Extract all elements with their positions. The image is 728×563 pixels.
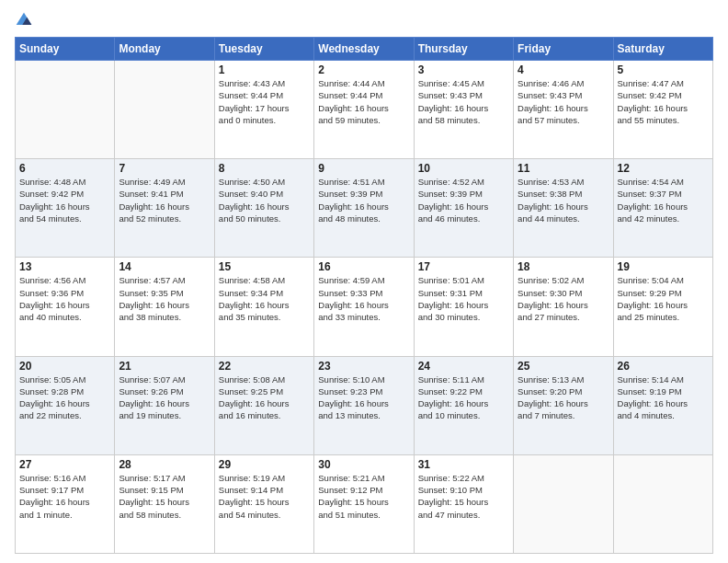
- day-info: Sunrise: 5:14 AM Sunset: 9:19 PM Dayligh…: [618, 373, 709, 422]
- calendar-cell: 20Sunrise: 5:05 AM Sunset: 9:28 PM Dayli…: [16, 356, 115, 454]
- day-info: Sunrise: 4:46 AM Sunset: 9:43 PM Dayligh…: [518, 77, 609, 126]
- calendar-cell: 23Sunrise: 5:10 AM Sunset: 9:23 PM Dayli…: [314, 356, 414, 454]
- calendar-cell: 6Sunrise: 4:48 AM Sunset: 9:42 PM Daylig…: [16, 159, 115, 258]
- day-info: Sunrise: 4:49 AM Sunset: 9:41 PM Dayligh…: [119, 176, 210, 224]
- day-info: Sunrise: 4:57 AM Sunset: 9:35 PM Dayligh…: [119, 274, 210, 323]
- calendar-cell: 4Sunrise: 4:46 AM Sunset: 9:43 PM Daylig…: [514, 61, 613, 159]
- calendar-cell: 16Sunrise: 4:59 AM Sunset: 9:33 PM Dayli…: [314, 258, 414, 356]
- calendar-header-monday: Monday: [115, 38, 214, 61]
- day-info: Sunrise: 4:44 AM Sunset: 9:44 PM Dayligh…: [318, 77, 409, 126]
- calendar-cell: 21Sunrise: 5:07 AM Sunset: 9:26 PM Dayli…: [115, 356, 214, 454]
- day-info: Sunrise: 5:21 AM Sunset: 9:12 PM Dayligh…: [318, 472, 409, 521]
- day-number: 7: [119, 162, 210, 175]
- calendar-header-row: SundayMondayTuesdayWednesdayThursdayFrid…: [16, 38, 713, 61]
- day-number: 12: [618, 162, 709, 175]
- day-info: Sunrise: 5:17 AM Sunset: 9:15 PM Dayligh…: [119, 472, 210, 521]
- day-number: 27: [19, 458, 110, 471]
- calendar-cell: 3Sunrise: 4:45 AM Sunset: 9:43 PM Daylig…: [414, 61, 513, 159]
- day-info: Sunrise: 4:54 AM Sunset: 9:37 PM Dayligh…: [618, 176, 709, 224]
- day-info: Sunrise: 4:45 AM Sunset: 9:43 PM Dayligh…: [418, 77, 509, 126]
- calendar-week-row: 6Sunrise: 4:48 AM Sunset: 9:42 PM Daylig…: [16, 159, 713, 258]
- calendar-header-friday: Friday: [514, 38, 613, 61]
- calendar-week-row: 27Sunrise: 5:16 AM Sunset: 9:17 PM Dayli…: [16, 454, 713, 553]
- calendar-cell: 12Sunrise: 4:54 AM Sunset: 9:37 PM Dayli…: [613, 159, 712, 258]
- day-info: Sunrise: 4:43 AM Sunset: 9:44 PM Dayligh…: [219, 77, 310, 126]
- calendar-table: SundayMondayTuesdayWednesdayThursdayFrid…: [15, 37, 713, 554]
- day-number: 28: [119, 458, 210, 471]
- header: [15, 11, 713, 29]
- day-info: Sunrise: 5:04 AM Sunset: 9:29 PM Dayligh…: [618, 274, 709, 323]
- day-info: Sunrise: 4:52 AM Sunset: 9:39 PM Dayligh…: [418, 176, 509, 224]
- calendar-cell: 10Sunrise: 4:52 AM Sunset: 9:39 PM Dayli…: [414, 159, 513, 258]
- day-info: Sunrise: 5:16 AM Sunset: 9:17 PM Dayligh…: [19, 472, 110, 521]
- day-number: 1: [219, 63, 310, 76]
- day-number: 31: [418, 458, 509, 471]
- day-info: Sunrise: 4:51 AM Sunset: 9:39 PM Dayligh…: [318, 176, 409, 224]
- day-number: 25: [518, 360, 609, 373]
- day-number: 20: [19, 360, 110, 373]
- day-info: Sunrise: 5:07 AM Sunset: 9:26 PM Dayligh…: [119, 373, 210, 422]
- calendar-cell: 18Sunrise: 5:02 AM Sunset: 9:30 PM Dayli…: [514, 258, 613, 356]
- day-number: 13: [19, 260, 110, 273]
- day-info: Sunrise: 4:50 AM Sunset: 9:40 PM Dayligh…: [219, 176, 310, 224]
- day-number: 14: [119, 260, 210, 273]
- calendar-cell: [115, 61, 214, 159]
- day-info: Sunrise: 5:08 AM Sunset: 9:25 PM Dayligh…: [219, 373, 310, 422]
- day-number: 16: [318, 260, 409, 273]
- day-number: 2: [318, 63, 409, 76]
- day-number: 23: [318, 360, 409, 373]
- calendar-cell: [514, 454, 613, 553]
- calendar-cell: 24Sunrise: 5:11 AM Sunset: 9:22 PM Dayli…: [414, 356, 513, 454]
- day-number: 26: [618, 360, 709, 373]
- calendar-cell: 25Sunrise: 5:13 AM Sunset: 9:20 PM Dayli…: [514, 356, 613, 454]
- day-number: 10: [418, 162, 509, 175]
- calendar-cell: 15Sunrise: 4:58 AM Sunset: 9:34 PM Dayli…: [214, 258, 313, 356]
- day-info: Sunrise: 4:58 AM Sunset: 9:34 PM Dayligh…: [219, 274, 310, 323]
- calendar-cell: [613, 454, 712, 553]
- calendar-header-tuesday: Tuesday: [214, 38, 313, 61]
- calendar-cell: 22Sunrise: 5:08 AM Sunset: 9:25 PM Dayli…: [214, 356, 313, 454]
- calendar-cell: 17Sunrise: 5:01 AM Sunset: 9:31 PM Dayli…: [414, 258, 513, 356]
- day-info: Sunrise: 4:56 AM Sunset: 9:36 PM Dayligh…: [19, 274, 110, 323]
- day-info: Sunrise: 4:48 AM Sunset: 9:42 PM Dayligh…: [19, 176, 110, 224]
- calendar-cell: [16, 61, 115, 159]
- calendar-cell: 28Sunrise: 5:17 AM Sunset: 9:15 PM Dayli…: [115, 454, 214, 553]
- calendar-week-row: 13Sunrise: 4:56 AM Sunset: 9:36 PM Dayli…: [16, 258, 713, 356]
- calendar-cell: 31Sunrise: 5:22 AM Sunset: 9:10 PM Dayli…: [414, 454, 513, 553]
- calendar-cell: 14Sunrise: 4:57 AM Sunset: 9:35 PM Dayli…: [115, 258, 214, 356]
- day-number: 19: [618, 260, 709, 273]
- calendar-week-row: 20Sunrise: 5:05 AM Sunset: 9:28 PM Dayli…: [16, 356, 713, 454]
- day-number: 4: [518, 63, 609, 76]
- day-info: Sunrise: 5:19 AM Sunset: 9:14 PM Dayligh…: [219, 472, 310, 521]
- day-number: 9: [318, 162, 409, 175]
- calendar-header-wednesday: Wednesday: [314, 38, 414, 61]
- calendar-cell: 7Sunrise: 4:49 AM Sunset: 9:41 PM Daylig…: [115, 159, 214, 258]
- day-number: 11: [518, 162, 609, 175]
- calendar-cell: 26Sunrise: 5:14 AM Sunset: 9:19 PM Dayli…: [613, 356, 712, 454]
- day-info: Sunrise: 5:10 AM Sunset: 9:23 PM Dayligh…: [318, 373, 409, 422]
- calendar-cell: 9Sunrise: 4:51 AM Sunset: 9:39 PM Daylig…: [314, 159, 414, 258]
- day-number: 29: [219, 458, 310, 471]
- calendar-header-saturday: Saturday: [613, 38, 712, 61]
- day-info: Sunrise: 4:59 AM Sunset: 9:33 PM Dayligh…: [318, 274, 409, 323]
- day-number: 18: [518, 260, 609, 273]
- day-info: Sunrise: 4:53 AM Sunset: 9:38 PM Dayligh…: [518, 176, 609, 224]
- day-info: Sunrise: 4:47 AM Sunset: 9:42 PM Dayligh…: [618, 77, 709, 126]
- calendar-cell: 2Sunrise: 4:44 AM Sunset: 9:44 PM Daylig…: [314, 61, 414, 159]
- day-number: 24: [418, 360, 509, 373]
- day-number: 15: [219, 260, 310, 273]
- calendar-cell: 11Sunrise: 4:53 AM Sunset: 9:38 PM Dayli…: [514, 159, 613, 258]
- day-number: 5: [618, 63, 709, 76]
- day-number: 8: [219, 162, 310, 175]
- day-info: Sunrise: 5:05 AM Sunset: 9:28 PM Dayligh…: [19, 373, 110, 422]
- calendar-cell: 13Sunrise: 4:56 AM Sunset: 9:36 PM Dayli…: [16, 258, 115, 356]
- day-number: 17: [418, 260, 509, 273]
- calendar-cell: 29Sunrise: 5:19 AM Sunset: 9:14 PM Dayli…: [214, 454, 313, 553]
- day-number: 30: [318, 458, 409, 471]
- day-info: Sunrise: 5:01 AM Sunset: 9:31 PM Dayligh…: [418, 274, 509, 323]
- logo: [15, 11, 35, 29]
- calendar-header-thursday: Thursday: [414, 38, 513, 61]
- day-number: 6: [19, 162, 110, 175]
- page: SundayMondayTuesdayWednesdayThursdayFrid…: [0, 0, 728, 563]
- day-info: Sunrise: 5:13 AM Sunset: 9:20 PM Dayligh…: [518, 373, 609, 422]
